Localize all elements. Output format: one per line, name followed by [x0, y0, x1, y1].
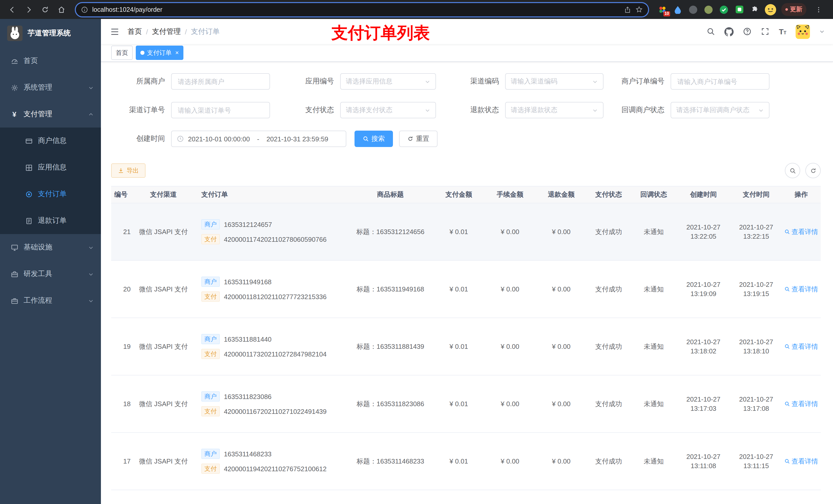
browser-menu-kebab-icon[interactable] [811, 2, 826, 17]
table-row[interactable]: 20 微信 JSAPI 支付 商户1635311949168 支付4200001… [111, 261, 821, 318]
search-icon[interactable] [707, 27, 715, 36]
table-row[interactable]: 18 微信 JSAPI 支付 商户1635311823086 支付4200001… [111, 376, 821, 433]
sidebar-label-pay: 支付管理 [24, 110, 83, 119]
reset-button[interactable]: 重置 [399, 130, 437, 147]
view-detail-link[interactable]: 查看详情 [784, 285, 818, 294]
app-no-select[interactable]: 请选择应用信息 [340, 73, 436, 90]
table-row[interactable]: 21 微信 JSAPI 支付 商户1635312124657 支付4200001… [111, 203, 821, 261]
refund-status-select[interactable]: 请选择退款状态 [505, 102, 603, 118]
fullscreen-icon[interactable] [761, 27, 770, 36]
site-info-icon[interactable] [81, 6, 88, 13]
cell-pay-order: 商户1635311468233 支付4200001194202110276752… [196, 433, 347, 490]
merchant-order-no-input[interactable] [671, 73, 769, 90]
app-logo[interactable]: 芋道管理系统 [0, 19, 101, 48]
filter-label-channel-order-no: 渠道订单号 [111, 105, 171, 115]
github-icon[interactable] [724, 27, 734, 36]
merchant-tag: 商户 [201, 277, 220, 287]
share-icon[interactable] [624, 6, 631, 13]
cell-title: 标题：1635311823086 [347, 376, 434, 432]
sidebar-item-dev-tools[interactable]: 研发工具 [0, 261, 101, 287]
merchant-order-no: 1635311881440 [224, 335, 271, 343]
cell-amount: ¥ 0.01 [434, 203, 484, 260]
owner-merchant-input[interactable] [171, 73, 270, 90]
bookmark-star-icon[interactable] [635, 6, 643, 13]
pay-transaction-no: 4200001181202110277723215336 [224, 293, 327, 301]
sidebar-item-app-info[interactable]: 应用信息 [0, 154, 101, 181]
browser-profile-avatar[interactable] [765, 4, 776, 15]
cell-status: 支付成功 [586, 376, 631, 432]
browser-update-button[interactable]: 更新 [781, 3, 806, 16]
view-detail-link[interactable]: 查看详情 [784, 457, 818, 466]
view-detail-link[interactable]: 查看详情 [784, 227, 818, 236]
merchant-order-no: 1635311949168 [224, 278, 271, 286]
search-button[interactable]: 搜索 [355, 130, 393, 147]
pay-tag: 支付 [201, 234, 220, 244]
address-bar[interactable]: localhost:1024/pay/order [75, 2, 649, 17]
browser-back-button[interactable] [5, 2, 20, 17]
document-icon [25, 217, 33, 225]
browser-reload-button[interactable] [38, 2, 52, 17]
extension-check-icon[interactable] [719, 4, 729, 15]
tags-view-bar: 首页 支付订单 × [101, 44, 833, 62]
extension-colorful-icon[interactable]: 10 [657, 4, 668, 15]
browser-forward-button[interactable] [22, 2, 36, 17]
tab-pay-order[interactable]: 支付订单 × [136, 46, 184, 60]
table-row[interactable]: 17 微信 JSAPI 支付 商户1635311468233 支付4200001… [111, 433, 821, 490]
extension-drop-icon[interactable] [673, 4, 683, 15]
channel-code-select[interactable]: 请输入渠道编码 [505, 73, 603, 90]
breadcrumb-separator: / [146, 27, 148, 35]
sidebar-item-merchant-info[interactable]: 商户信息 [0, 127, 101, 154]
sidebar-item-workflow[interactable]: 工作流程 [0, 287, 101, 314]
channel-order-no-field[interactable] [177, 106, 264, 115]
view-detail-link[interactable]: 查看详情 [784, 342, 818, 351]
sidebar-item-infra[interactable]: 基础设施 [0, 234, 101, 261]
sidebar-item-pay[interactable]: ¥ 支付管理 [0, 101, 101, 127]
sidebar-item-system[interactable]: 系统管理 [0, 74, 101, 101]
cell-title: 标题：1635311468233 [347, 433, 434, 490]
sidebar-collapse-icon[interactable] [109, 26, 120, 37]
breadcrumb-home[interactable]: 首页 [127, 27, 142, 36]
caret-down-icon[interactable] [819, 29, 825, 34]
hide-search-toggle-button[interactable] [785, 163, 800, 178]
browser-home-button[interactable] [54, 2, 69, 17]
export-button[interactable]: 导出 [111, 163, 145, 178]
help-icon[interactable] [743, 27, 752, 36]
extensions-puzzle-icon[interactable] [749, 4, 760, 15]
cell-fee: ¥ 0.00 [484, 261, 537, 317]
reset-button-label: 重置 [416, 134, 429, 143]
sidebar-item-home[interactable]: 首页 [0, 48, 101, 74]
extension-green-square-icon[interactable] [734, 4, 744, 15]
extension-olive-icon[interactable] [704, 4, 714, 15]
pay-status-select[interactable]: 请选择支付状态 [340, 102, 436, 118]
sidebar-item-refund-order[interactable]: 退款订单 [0, 208, 101, 234]
cell-status: 支付成功 [586, 203, 631, 260]
user-avatar-pikachu[interactable] [795, 24, 810, 39]
gear-icon [10, 83, 19, 92]
callback-status-select[interactable]: 请选择订单回调商户状态 [671, 102, 769, 118]
cell-pay-order: 商户1635311949168 支付4200001181202110277723… [196, 261, 347, 317]
merchant-order-no-field[interactable] [676, 77, 764, 86]
close-tab-icon[interactable]: × [175, 50, 179, 56]
sidebar-item-pay-order[interactable]: 支付订单 [0, 181, 101, 208]
filter-label-create-time: 创建时间 [111, 134, 171, 143]
channel-order-no-input[interactable] [171, 102, 270, 118]
col-channel: 支付渠道 [130, 187, 196, 203]
select-chevron-icon [592, 79, 598, 84]
screen: localhost:1024/pay/order 10 [0, 0, 833, 504]
sidebar-label-workflow: 工作流程 [24, 296, 83, 305]
view-detail-link[interactable]: 查看详情 [784, 399, 818, 408]
col-amount: 支付金额 [434, 187, 484, 203]
tab-home-label: 首页 [116, 48, 128, 57]
tab-home[interactable]: 首页 [111, 46, 133, 60]
date-end-value: 2021-10-31 23:59:59 [266, 135, 328, 143]
create-time-range-picker[interactable]: 2021-10-01 00:00:00 - 2021-10-31 23:59:5… [171, 130, 346, 147]
sidebar-label-refund-order: 退款订单 [38, 216, 94, 225]
refresh-table-button[interactable] [805, 163, 821, 178]
owner-merchant-field[interactable] [177, 77, 264, 86]
extension-gray-icon[interactable] [688, 4, 698, 15]
font-size-icon[interactable]: TT [779, 27, 786, 36]
table-row[interactable]: 商户1635311051796 [111, 490, 821, 504]
table-row[interactable]: 19 微信 JSAPI 支付 商户1635311881440 支付4200001… [111, 318, 821, 376]
select-chevron-icon [425, 79, 430, 84]
breadcrumb-pay[interactable]: 支付管理 [152, 27, 181, 36]
